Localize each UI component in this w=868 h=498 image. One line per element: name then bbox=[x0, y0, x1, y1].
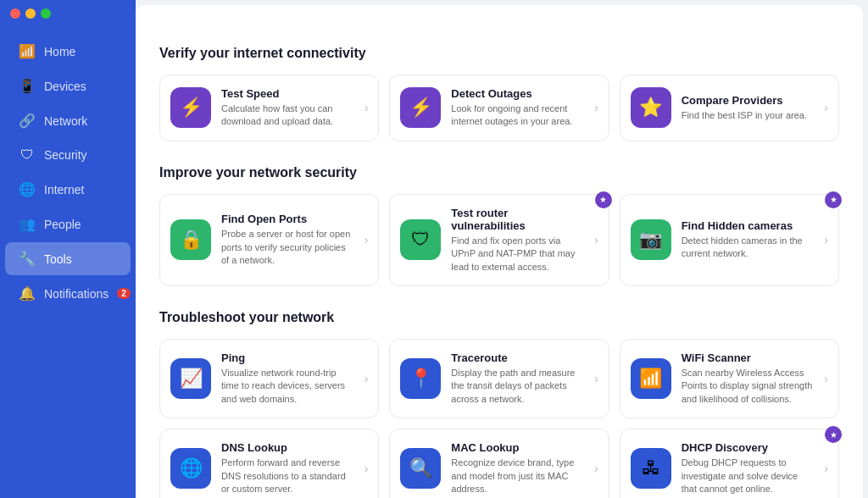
tool-card-compare-providers[interactable]: ⭐Compare ProvidersFind the best ISP in y… bbox=[620, 75, 839, 141]
tool-card-dns-lookup[interactable]: 🌐DNS LookupPerform forward and reverse D… bbox=[159, 429, 379, 498]
ping-icon: 📈 bbox=[170, 358, 211, 399]
tools-grid-connectivity: ⚡Test SpeedCalculate how fast you can do… bbox=[159, 75, 839, 141]
tool-card-find-open-ports[interactable]: 🔒Find Open PortsProbe a server or host f… bbox=[159, 194, 379, 286]
wifi-scanner-name: WiFi Scanner bbox=[682, 351, 815, 364]
sidebar-label-devices: Devices bbox=[44, 80, 86, 93]
wifi-scanner-icon: 📶 bbox=[631, 358, 671, 399]
sidebar-label-internet: Internet bbox=[44, 183, 84, 196]
traffic-light-yellow[interactable] bbox=[25, 8, 36, 19]
section-title-connectivity: Verify your internet connectivity bbox=[159, 46, 839, 61]
test-speed-chevron-icon: › bbox=[364, 101, 369, 114]
tool-card-dhcp-discovery[interactable]: ★🖧DHCP DiscoveryDebug DHCP requests to i… bbox=[620, 429, 839, 498]
sidebar-item-network[interactable]: 🔗Network bbox=[5, 104, 131, 137]
tools-icon: 🔧 bbox=[19, 251, 36, 267]
premium-star-badge: ★ bbox=[595, 191, 612, 208]
tools-grid-security: 🔒Find Open PortsProbe a server or host f… bbox=[159, 194, 839, 286]
premium-star-badge: ★ bbox=[825, 426, 842, 443]
security-icon: 🛡 bbox=[19, 147, 36, 163]
compare-providers-desc: Find the best ISP in your area. bbox=[682, 109, 815, 122]
sidebar-item-home[interactable]: 📶Home bbox=[5, 35, 131, 68]
tool-card-traceroute[interactable]: 📍TracerouteDisplay the path and measure … bbox=[389, 339, 609, 418]
dhcp-discovery-icon: 🖧 bbox=[631, 448, 671, 489]
notifications-icon: 🔔 bbox=[19, 285, 36, 302]
test-speed-icon: ⚡ bbox=[170, 87, 211, 128]
dhcp-discovery-name: DHCP Discovery bbox=[682, 441, 815, 454]
internet-icon: 🌐 bbox=[19, 181, 36, 197]
find-hidden-cameras-name: Find Hidden cameras bbox=[682, 219, 815, 232]
compare-providers-info: Compare ProvidersFind the best ISP in yo… bbox=[682, 94, 815, 122]
sidebar-label-home: Home bbox=[44, 45, 75, 58]
detect-outages-name: Detect Outages bbox=[451, 87, 584, 100]
test-speed-desc: Calculate how fast you can download and … bbox=[221, 102, 354, 129]
test-speed-name: Test Speed bbox=[221, 87, 354, 100]
sidebar-label-security: Security bbox=[44, 148, 87, 162]
router-vulnerabilities-chevron-icon: › bbox=[594, 233, 598, 246]
mac-lookup-chevron-icon: › bbox=[594, 462, 598, 475]
detect-outages-info: Detect OutagesLook for ongoing and recen… bbox=[451, 87, 584, 129]
sidebar-item-notifications[interactable]: 🔔Notifications2 bbox=[5, 277, 131, 310]
tool-card-ping[interactable]: 📈PingVisualize network round-trip time t… bbox=[159, 339, 379, 418]
dns-lookup-desc: Perform forward and reverse DNS resoluti… bbox=[221, 456, 354, 495]
find-hidden-cameras-info: Find Hidden camerasDetect hidden cameras… bbox=[682, 219, 815, 261]
traffic-light-red[interactable] bbox=[10, 8, 20, 19]
compare-providers-name: Compare Providers bbox=[682, 94, 815, 107]
ping-desc: Visualize network round-trip time to rea… bbox=[221, 367, 354, 406]
find-hidden-cameras-icon: 📷 bbox=[631, 219, 671, 260]
mac-lookup-info: MAC LookupRecognize device brand, type a… bbox=[451, 441, 584, 495]
home-icon: 📶 bbox=[19, 43, 36, 59]
people-icon: 👥 bbox=[19, 216, 36, 232]
sidebar-label-people: People bbox=[44, 218, 81, 231]
router-vulnerabilities-desc: Find and fix open ports via UPnP and NAT… bbox=[451, 235, 584, 274]
compare-providers-chevron-icon: › bbox=[824, 101, 828, 114]
tools-grid-troubleshoot: 📈PingVisualize network round-trip time t… bbox=[159, 339, 839, 498]
dhcp-discovery-info: DHCP DiscoveryDebug DHCP requests to inv… bbox=[682, 441, 815, 495]
tool-card-test-speed[interactable]: ⚡Test SpeedCalculate how fast you can do… bbox=[159, 75, 379, 141]
find-open-ports-icon: 🔒 bbox=[170, 219, 211, 260]
traffic-light-green[interactable] bbox=[41, 8, 51, 19]
detect-outages-desc: Look for ongoing and recent internet out… bbox=[451, 102, 584, 129]
section-title-security: Improve your network security bbox=[159, 165, 839, 180]
detect-outages-chevron-icon: › bbox=[594, 101, 598, 114]
ping-info: PingVisualize network round-trip time to… bbox=[221, 351, 354, 406]
find-open-ports-name: Find Open Ports bbox=[221, 213, 354, 225]
sidebar-label-tools: Tools bbox=[44, 252, 72, 266]
network-icon: 🔗 bbox=[19, 113, 36, 129]
find-hidden-cameras-chevron-icon: › bbox=[824, 233, 828, 246]
ping-chevron-icon: › bbox=[364, 372, 369, 385]
traceroute-desc: Display the path and measure the transit… bbox=[451, 367, 584, 406]
router-vulnerabilities-icon: 🛡 bbox=[400, 219, 441, 260]
dhcp-discovery-desc: Debug DHCP requests to investigate and s… bbox=[682, 456, 815, 495]
wifi-scanner-chevron-icon: › bbox=[824, 372, 828, 385]
sidebar-item-security[interactable]: 🛡Security bbox=[5, 139, 131, 171]
sidebar-item-tools[interactable]: 🔧Tools bbox=[5, 242, 131, 275]
tool-card-wifi-scanner[interactable]: 📶WiFi ScannerScan nearby Wireless Access… bbox=[620, 339, 839, 418]
traceroute-info: TracerouteDisplay the path and measure t… bbox=[451, 351, 584, 406]
find-open-ports-chevron-icon: › bbox=[364, 233, 369, 246]
router-vulnerabilities-info: Test router vulnerabilitiesFind and fix … bbox=[451, 207, 584, 274]
sidebar-item-people[interactable]: 👥People bbox=[5, 208, 131, 241]
wifi-scanner-desc: Scan nearby Wireless Access Points to di… bbox=[682, 367, 815, 406]
find-open-ports-desc: Probe a server or host for open ports to… bbox=[221, 228, 354, 267]
tool-card-router-vulnerabilities[interactable]: ★🛡Test router vulnerabilitiesFind and fi… bbox=[389, 194, 609, 286]
test-speed-info: Test SpeedCalculate how fast you can dow… bbox=[221, 87, 354, 129]
sidebar-label-notifications: Notifications bbox=[44, 287, 108, 301]
sidebar: 📶Home📱Devices🔗Network🛡Security🌐Internet👥… bbox=[0, 0, 136, 498]
find-open-ports-info: Find Open PortsProbe a server or host fo… bbox=[221, 213, 354, 267]
section-title-troubleshoot: Troubleshoot your network bbox=[159, 310, 839, 325]
traceroute-icon: 📍 bbox=[400, 358, 441, 399]
dhcp-discovery-chevron-icon: › bbox=[824, 462, 828, 475]
sidebar-item-devices[interactable]: 📱Devices bbox=[5, 69, 131, 102]
dns-lookup-chevron-icon: › bbox=[364, 462, 369, 475]
section-security: Improve your network security🔒Find Open … bbox=[159, 165, 839, 286]
tool-card-detect-outages[interactable]: ⚡Detect OutagesLook for ongoing and rece… bbox=[389, 75, 609, 141]
tool-card-find-hidden-cameras[interactable]: ★📷Find Hidden camerasDetect hidden camer… bbox=[620, 194, 839, 286]
sidebar-item-internet[interactable]: 🌐Internet bbox=[5, 173, 131, 206]
premium-star-badge: ★ bbox=[825, 191, 842, 208]
router-vulnerabilities-name: Test router vulnerabilities bbox=[451, 207, 584, 232]
notifications-badge: 2 bbox=[117, 288, 131, 299]
compare-providers-icon: ⭐ bbox=[631, 87, 671, 128]
tool-card-mac-lookup[interactable]: 🔍MAC LookupRecognize device brand, type … bbox=[389, 429, 609, 498]
sidebar-label-network: Network bbox=[44, 114, 87, 128]
devices-icon: 📱 bbox=[19, 78, 36, 94]
dns-lookup-icon: 🌐 bbox=[170, 448, 211, 489]
